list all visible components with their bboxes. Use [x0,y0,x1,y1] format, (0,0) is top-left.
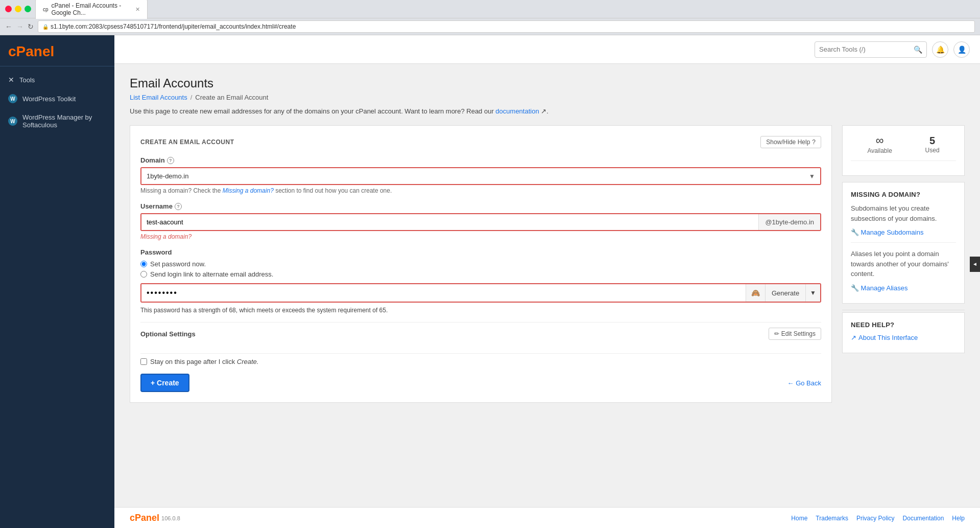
domain-help-icon[interactable]: ? [167,157,174,164]
help-widget-title: NEED HELP? [851,321,956,329]
page-desc-icon: ↗ [539,107,547,115]
footer-trademarks-link[interactable]: Trademarks [816,515,848,522]
domain-label-text: Domain [140,156,165,164]
missing-domain-link[interactable]: Missing a domain? [223,187,274,194]
show-hide-help-button[interactable]: Show/Hide Help ? [760,136,821,148]
missing-domain-username-anchor[interactable]: Missing a domain? [140,233,192,240]
search-tools-box[interactable]: 🔍 [815,41,927,58]
maximize-btn[interactable] [25,6,31,12]
password-label: Password [140,248,821,256]
radio-send-link-input[interactable] [140,271,147,278]
cpanel-logo-panel: Panel [16,43,55,59]
manage-subdomains-link[interactable]: 🔧 Manage Subdomains [851,228,956,236]
footer-home-link[interactable]: Home [791,515,807,522]
tab-title: cPanel - Email Accounts - Google Ch... [52,2,130,16]
lock-icon: 🔒 [42,24,49,30]
browser-tab[interactable]: cp cPanel - Email Accounts - Google Ch..… [35,0,148,19]
main-area: 🔍 🔔 👤 Email Accounts List Email Accounts… [114,35,980,528]
stay-checkbox-row: Stay on this page after I click Create. [140,353,821,365]
radio-send-link[interactable]: Send login link to alternate email addre… [140,270,821,278]
help-icon: ? [812,139,816,146]
minimize-btn[interactable] [15,6,21,12]
page-content: Email Accounts List Email Accounts / Cre… [114,64,980,507]
stay-checkbox-text: Stay on this page after I click Create. [150,358,258,365]
generate-button[interactable]: Generate [765,284,805,302]
username-field-group: Username ? @1byte-demo.in Missing a doma… [140,202,821,240]
sidebar-item-tools-label: Tools [19,76,35,84]
available-value: ∞ [867,134,892,147]
form-header: CREATE AN EMAIL ACCOUNT Show/Hide Help ? [140,136,821,148]
sidebar-item-wordpress-manager[interactable]: W WordPress Manager by Softaculous [0,108,114,134]
form-section-title: CREATE AN EMAIL ACCOUNT [140,139,234,146]
sidebar-item-wordpress-toolkit[interactable]: W WordPress Toolkit [0,89,114,108]
go-back-link[interactable]: ← Go Back [787,379,821,387]
available-stat: ∞ Available [867,134,892,154]
widget-divider [851,242,956,243]
wp-manager-icon: W [8,117,17,126]
missing-domain-widget-title: MISSING A DOMAIN? [851,191,956,198]
about-interface-label: About This Interface [858,334,918,341]
sidebar-collapse-button[interactable]: ◄ [970,257,980,272]
breadcrumb-sep: / [190,94,193,101]
form-actions: + Create ← Go Back [140,374,821,392]
footer-logo-c: c [130,513,135,523]
create-button[interactable]: + Create [140,374,189,392]
manage-aliases-link[interactable]: 🔧 Manage Aliases [851,284,956,292]
forward-icon[interactable]: → [16,22,23,31]
notifications-icon[interactable]: 🔔 [932,41,948,58]
refresh-icon[interactable]: ↻ [28,22,34,31]
search-tools-input[interactable] [815,45,910,53]
close-btn[interactable] [5,6,12,12]
sidebar-item-tools[interactable]: ✕ Tools [0,71,114,89]
help-widget: NEED HELP? ↗ About This Interface [842,312,965,353]
username-domain-suffix: @1byte-demo.in [758,214,820,230]
subdomains-text: Subdomains let you create subsections of… [851,203,956,223]
breadcrumb-list-link[interactable]: List Email Accounts [130,94,187,101]
user-icon[interactable]: 👤 [953,41,970,58]
sidebar-nav: ✕ Tools W WordPress Toolkit W WordPress … [0,66,114,528]
sidebar-item-wp-manager-label: WordPress Manager by Softaculous [22,113,106,129]
edit-settings-label: Edit Settings [781,330,816,337]
domain-field-group: Domain ? 1byte-demo.in ▼ Missing a domai… [140,156,821,194]
footer-privacy-link[interactable]: Privacy Policy [856,515,895,522]
sidebar-item-wp-toolkit-label: WordPress Toolkit [22,95,76,103]
edit-settings-button[interactable]: ✏ Edit Settings [769,328,821,340]
search-icon-button[interactable]: 🔍 [910,45,926,54]
footer-documentation-link[interactable]: Documentation [903,515,944,522]
page-title: Email Accounts [130,76,965,90]
window-controls[interactable] [5,6,31,12]
username-label: Username ? [140,202,821,210]
password-input[interactable] [141,284,746,302]
radio-send-link-label: Send login link to alternate email addre… [150,270,273,278]
tab-close-icon[interactable]: ✕ [135,6,140,13]
address-text: s1.1byte.com:2083/cpsess7485107171/front… [51,23,296,30]
aliases-text: Aliases let you point a domain towards a… [851,249,956,279]
top-bar: 🔍 🔔 👤 [114,35,980,64]
username-help-icon[interactable]: ? [175,203,182,210]
about-interface-link[interactable]: ↗ About This Interface [851,334,956,341]
stats-row: ∞ Available 5 Used [851,134,956,161]
breadcrumb: List Email Accounts / Create an Email Ac… [130,94,965,101]
eye-slash-icon: 🙈 [751,289,760,297]
password-toggle-button[interactable]: 🙈 [746,284,765,302]
documentation-link[interactable]: documentation [495,107,539,115]
generate-dropdown-button[interactable]: ▼ [805,284,820,302]
radio-set-now[interactable]: Set password now. [140,260,821,268]
create-email-form-panel: CREATE AN EMAIL ACCOUNT Show/Hide Help ?… [130,125,832,403]
domain-select[interactable]: 1byte-demo.in [141,168,820,184]
username-input[interactable] [141,214,758,230]
missing-domain-widget: MISSING A DOMAIN? Subdomains let you cre… [842,182,965,304]
back-icon[interactable]: ← [5,22,12,31]
external-link-icon: ↗ [851,334,856,341]
radio-set-now-input[interactable] [140,261,147,267]
used-stat: 5 Used [925,135,940,154]
address-bar[interactable]: 🔒 s1.1byte.com:2083/cpsess7485107171/fro… [38,20,975,33]
footer-help-link[interactable]: Help [952,515,965,522]
password-strength-text: This password has a strength of 68, whic… [140,307,821,314]
tab-favicon: cp [43,7,49,12]
footer-logo: cPanel 106.0.8 [130,513,180,523]
breadcrumb-current: Create an Email Account [195,94,268,101]
tools-icon: ✕ [8,76,14,84]
username-label-text: Username [140,202,173,210]
stay-checkbox[interactable] [140,358,147,365]
